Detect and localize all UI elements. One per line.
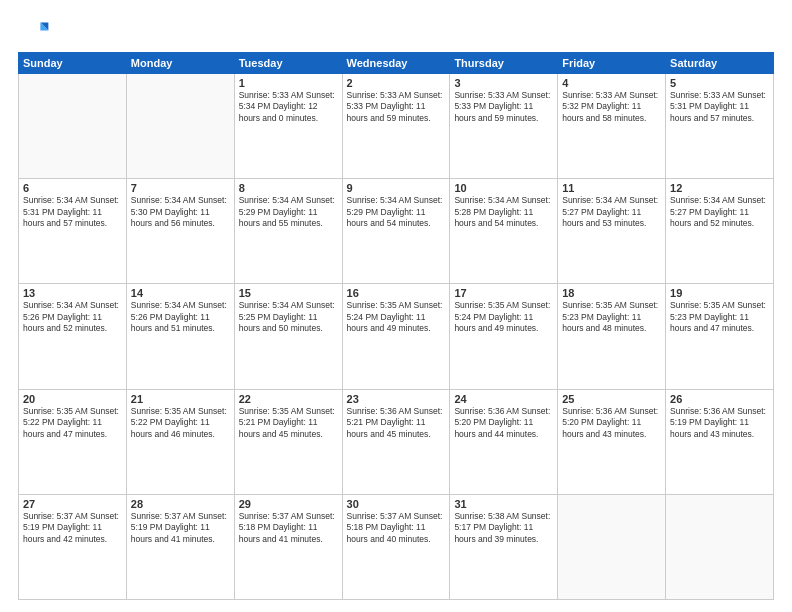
day-info: Sunrise: 5:34 AM Sunset: 5:27 PM Dayligh… [562, 195, 661, 229]
day-number: 19 [670, 287, 769, 299]
day-number: 22 [239, 393, 338, 405]
day-info: Sunrise: 5:33 AM Sunset: 5:34 PM Dayligh… [239, 90, 338, 124]
calendar-cell: 6Sunrise: 5:34 AM Sunset: 5:31 PM Daylig… [19, 179, 127, 284]
calendar-cell: 25Sunrise: 5:36 AM Sunset: 5:20 PM Dayli… [558, 389, 666, 494]
calendar-cell: 30Sunrise: 5:37 AM Sunset: 5:18 PM Dayli… [342, 494, 450, 599]
day-info: Sunrise: 5:35 AM Sunset: 5:22 PM Dayligh… [23, 406, 122, 440]
day-info: Sunrise: 5:34 AM Sunset: 5:29 PM Dayligh… [347, 195, 446, 229]
day-number: 31 [454, 498, 553, 510]
calendar-cell: 19Sunrise: 5:35 AM Sunset: 5:23 PM Dayli… [666, 284, 774, 389]
weekday-header-tuesday: Tuesday [234, 53, 342, 74]
calendar-cell [558, 494, 666, 599]
day-info: Sunrise: 5:35 AM Sunset: 5:24 PM Dayligh… [347, 300, 446, 334]
day-number: 2 [347, 77, 446, 89]
day-info: Sunrise: 5:33 AM Sunset: 5:33 PM Dayligh… [454, 90, 553, 124]
day-number: 11 [562, 182, 661, 194]
day-info: Sunrise: 5:35 AM Sunset: 5:21 PM Dayligh… [239, 406, 338, 440]
day-number: 4 [562, 77, 661, 89]
day-number: 27 [23, 498, 122, 510]
calendar-cell [19, 74, 127, 179]
day-number: 21 [131, 393, 230, 405]
week-row-5: 27Sunrise: 5:37 AM Sunset: 5:19 PM Dayli… [19, 494, 774, 599]
day-number: 16 [347, 287, 446, 299]
calendar-cell: 28Sunrise: 5:37 AM Sunset: 5:19 PM Dayli… [126, 494, 234, 599]
weekday-header-sunday: Sunday [19, 53, 127, 74]
day-number: 1 [239, 77, 338, 89]
calendar-cell [126, 74, 234, 179]
day-info: Sunrise: 5:34 AM Sunset: 5:26 PM Dayligh… [131, 300, 230, 334]
day-info: Sunrise: 5:33 AM Sunset: 5:32 PM Dayligh… [562, 90, 661, 124]
day-info: Sunrise: 5:36 AM Sunset: 5:20 PM Dayligh… [454, 406, 553, 440]
day-number: 12 [670, 182, 769, 194]
day-info: Sunrise: 5:35 AM Sunset: 5:23 PM Dayligh… [670, 300, 769, 334]
calendar-cell: 1Sunrise: 5:33 AM Sunset: 5:34 PM Daylig… [234, 74, 342, 179]
calendar-cell: 24Sunrise: 5:36 AM Sunset: 5:20 PM Dayli… [450, 389, 558, 494]
calendar-cell: 9Sunrise: 5:34 AM Sunset: 5:29 PM Daylig… [342, 179, 450, 284]
weekday-header-thursday: Thursday [450, 53, 558, 74]
day-info: Sunrise: 5:34 AM Sunset: 5:25 PM Dayligh… [239, 300, 338, 334]
calendar-cell: 18Sunrise: 5:35 AM Sunset: 5:23 PM Dayli… [558, 284, 666, 389]
calendar-table: SundayMondayTuesdayWednesdayThursdayFrid… [18, 52, 774, 600]
calendar-cell: 21Sunrise: 5:35 AM Sunset: 5:22 PM Dayli… [126, 389, 234, 494]
day-info: Sunrise: 5:36 AM Sunset: 5:21 PM Dayligh… [347, 406, 446, 440]
calendar-cell: 16Sunrise: 5:35 AM Sunset: 5:24 PM Dayli… [342, 284, 450, 389]
calendar-cell: 29Sunrise: 5:37 AM Sunset: 5:18 PM Dayli… [234, 494, 342, 599]
day-info: Sunrise: 5:35 AM Sunset: 5:24 PM Dayligh… [454, 300, 553, 334]
calendar-cell [666, 494, 774, 599]
day-number: 8 [239, 182, 338, 194]
calendar-cell: 12Sunrise: 5:34 AM Sunset: 5:27 PM Dayli… [666, 179, 774, 284]
weekday-header-saturday: Saturday [666, 53, 774, 74]
day-number: 20 [23, 393, 122, 405]
day-number: 17 [454, 287, 553, 299]
day-number: 23 [347, 393, 446, 405]
day-number: 26 [670, 393, 769, 405]
calendar-cell: 2Sunrise: 5:33 AM Sunset: 5:33 PM Daylig… [342, 74, 450, 179]
week-row-3: 13Sunrise: 5:34 AM Sunset: 5:26 PM Dayli… [19, 284, 774, 389]
calendar-cell: 13Sunrise: 5:34 AM Sunset: 5:26 PM Dayli… [19, 284, 127, 389]
day-info: Sunrise: 5:33 AM Sunset: 5:31 PM Dayligh… [670, 90, 769, 124]
day-number: 29 [239, 498, 338, 510]
calendar-cell: 5Sunrise: 5:33 AM Sunset: 5:31 PM Daylig… [666, 74, 774, 179]
day-info: Sunrise: 5:34 AM Sunset: 5:31 PM Dayligh… [23, 195, 122, 229]
day-info: Sunrise: 5:34 AM Sunset: 5:27 PM Dayligh… [670, 195, 769, 229]
calendar-cell: 23Sunrise: 5:36 AM Sunset: 5:21 PM Dayli… [342, 389, 450, 494]
calendar-cell: 8Sunrise: 5:34 AM Sunset: 5:29 PM Daylig… [234, 179, 342, 284]
weekday-header-monday: Monday [126, 53, 234, 74]
week-row-2: 6Sunrise: 5:34 AM Sunset: 5:31 PM Daylig… [19, 179, 774, 284]
calendar-cell: 7Sunrise: 5:34 AM Sunset: 5:30 PM Daylig… [126, 179, 234, 284]
day-info: Sunrise: 5:35 AM Sunset: 5:22 PM Dayligh… [131, 406, 230, 440]
day-number: 18 [562, 287, 661, 299]
day-number: 28 [131, 498, 230, 510]
day-info: Sunrise: 5:36 AM Sunset: 5:20 PM Dayligh… [562, 406, 661, 440]
calendar-cell: 11Sunrise: 5:34 AM Sunset: 5:27 PM Dayli… [558, 179, 666, 284]
day-info: Sunrise: 5:34 AM Sunset: 5:29 PM Dayligh… [239, 195, 338, 229]
weekday-header-friday: Friday [558, 53, 666, 74]
week-row-4: 20Sunrise: 5:35 AM Sunset: 5:22 PM Dayli… [19, 389, 774, 494]
day-number: 14 [131, 287, 230, 299]
calendar-cell: 17Sunrise: 5:35 AM Sunset: 5:24 PM Dayli… [450, 284, 558, 389]
day-number: 25 [562, 393, 661, 405]
day-info: Sunrise: 5:34 AM Sunset: 5:30 PM Dayligh… [131, 195, 230, 229]
day-info: Sunrise: 5:37 AM Sunset: 5:19 PM Dayligh… [131, 511, 230, 545]
weekday-header-wednesday: Wednesday [342, 53, 450, 74]
day-info: Sunrise: 5:36 AM Sunset: 5:19 PM Dayligh… [670, 406, 769, 440]
week-row-1: 1Sunrise: 5:33 AM Sunset: 5:34 PM Daylig… [19, 74, 774, 179]
day-number: 3 [454, 77, 553, 89]
header [18, 16, 774, 48]
day-number: 7 [131, 182, 230, 194]
calendar-cell: 15Sunrise: 5:34 AM Sunset: 5:25 PM Dayli… [234, 284, 342, 389]
day-info: Sunrise: 5:38 AM Sunset: 5:17 PM Dayligh… [454, 511, 553, 545]
day-info: Sunrise: 5:34 AM Sunset: 5:28 PM Dayligh… [454, 195, 553, 229]
day-info: Sunrise: 5:35 AM Sunset: 5:23 PM Dayligh… [562, 300, 661, 334]
day-info: Sunrise: 5:37 AM Sunset: 5:18 PM Dayligh… [347, 511, 446, 545]
day-info: Sunrise: 5:37 AM Sunset: 5:19 PM Dayligh… [23, 511, 122, 545]
day-number: 6 [23, 182, 122, 194]
calendar-cell: 4Sunrise: 5:33 AM Sunset: 5:32 PM Daylig… [558, 74, 666, 179]
page: SundayMondayTuesdayWednesdayThursdayFrid… [0, 0, 792, 612]
day-info: Sunrise: 5:34 AM Sunset: 5:26 PM Dayligh… [23, 300, 122, 334]
day-number: 30 [347, 498, 446, 510]
day-info: Sunrise: 5:37 AM Sunset: 5:18 PM Dayligh… [239, 511, 338, 545]
logo [18, 16, 54, 48]
day-info: Sunrise: 5:33 AM Sunset: 5:33 PM Dayligh… [347, 90, 446, 124]
calendar-cell: 26Sunrise: 5:36 AM Sunset: 5:19 PM Dayli… [666, 389, 774, 494]
